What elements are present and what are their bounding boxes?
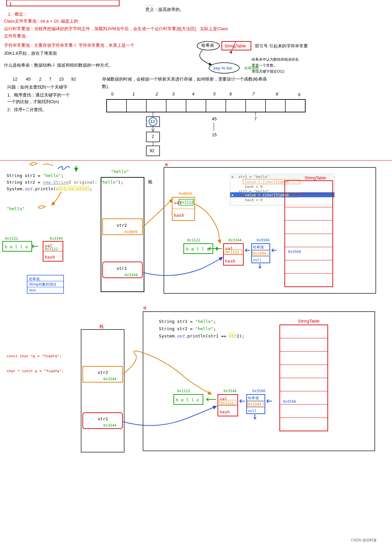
svg-text:hash: hash bbox=[174, 213, 184, 218]
svg-text:0x3344: 0x3344 bbox=[103, 423, 117, 428]
svg-text:String str2 = "hello";: String str2 = "hello"; bbox=[159, 326, 216, 331]
svg-text:0x5566: 0x5566 bbox=[288, 250, 301, 254]
svg-text:0x1122: 0x1122 bbox=[5, 236, 18, 241]
svg-text:0x3344: 0x3344 bbox=[228, 238, 242, 242]
svg-text:0x3344: 0x3344 bbox=[124, 273, 138, 277]
svg-text:15: 15 bbox=[59, 77, 64, 82]
svg-text:String对象的地址: String对象的地址 bbox=[29, 282, 57, 286]
svg-text:str1 = "hello": str1 = "hello" bbox=[238, 175, 269, 179]
svg-text:哈希值: 哈希值 bbox=[29, 277, 40, 281]
svg-text:2: 2 bbox=[155, 91, 158, 96]
str2-lbl: str2 bbox=[117, 223, 127, 228]
svg-text:45: 45 bbox=[212, 116, 217, 121]
svg-text:null: null bbox=[253, 258, 262, 262]
svg-text:2: 2 bbox=[39, 77, 41, 82]
svg-text:0x1122: 0x1122 bbox=[45, 247, 58, 251]
svg-text:null: null bbox=[248, 409, 257, 413]
svg-text:h e l l o: h e l l o bbox=[5, 244, 28, 249]
svg-text:0: 0 bbox=[111, 91, 114, 96]
svg-text:0x3344: 0x3344 bbox=[50, 236, 63, 241]
svg-text:key % len: key % len bbox=[214, 66, 232, 71]
svg-rect-141 bbox=[228, 332, 236, 338]
svg-text:8: 8 bbox=[276, 91, 278, 96]
svg-text:92: 92 bbox=[71, 77, 76, 82]
svg-text:运行时常量池：当程序把编译好的字节码文件，加载到JVM当中后: 运行时常量池：当程序把编译好的字节码文件，加载到JVM当中后，会生成一个运行时常… bbox=[4, 26, 228, 31]
svg-text:一个的比较，才能找到O(n): 一个的比较，才能找到O(n) bbox=[7, 99, 59, 104]
svg-text:String str1 = "hello";: String str1 = "hello"; bbox=[7, 173, 64, 178]
svg-text:h e l l o: h e l l o bbox=[176, 397, 199, 402]
svg-text:0x1122: 0x1122 bbox=[226, 250, 239, 254]
svg-text:什么是哈希表：数据结构-》描述和组织数据的一种方式。: 什么是哈希表：数据结构-》描述和组织数据的一种方式。 bbox=[4, 63, 113, 68]
watermark: CSDN @旧时暮 bbox=[351, 538, 377, 542]
diagram-canvas: } ........ 意义：提高效率的。 1、概念： Class文件常量池：in… bbox=[0, 0, 392, 543]
svg-text:str1: str1 bbox=[117, 266, 127, 271]
svg-text:0x3344: 0x3344 bbox=[223, 389, 237, 393]
svg-text:7: 7 bbox=[49, 77, 51, 82]
svg-text:9: 9 bbox=[298, 92, 300, 97]
svg-rect-137 bbox=[143, 312, 375, 451]
concept-block: 1、概念： Class文件常量池：int a = 10; 磁盘上的 运行时常量池… bbox=[4, 12, 308, 50]
svg-text:"hello": "hello" bbox=[7, 206, 25, 211]
svg-text:12: 12 bbox=[150, 119, 155, 124]
svg-text:1、顺序查找：通过关键字的一个: 1、顺序查找：通过关键字的一个 bbox=[7, 92, 70, 97]
hash-array: 0 1 2 3 4 5 6 7 8 9 12 2 92 45 15 7 bbox=[107, 91, 305, 156]
svg-text:0x5566: 0x5566 bbox=[283, 399, 296, 404]
svg-text:1、概念：: 1、概念： bbox=[8, 12, 27, 17]
svg-text:堆: 堆 bbox=[143, 306, 147, 310]
svg-text:hash: hash bbox=[220, 409, 230, 414]
numbers: 12 45 2 7 15 92 bbox=[13, 77, 76, 82]
svg-text:问题：如何去查找到一个关键字: 问题：如何去查找到一个关键字 bbox=[7, 85, 68, 90]
svg-text:value = {char[5]@488: value = {char[5]@488 bbox=[245, 193, 289, 197]
svg-text:栈: 栈 bbox=[148, 179, 152, 184]
svg-text:StringTable: StringTable bbox=[224, 43, 246, 48]
svg-text:0x5566: 0x5566 bbox=[252, 389, 266, 393]
svg-text:h e l l o: h e l l o bbox=[186, 247, 209, 252]
diagram2: String str1 = "hello"; String str2 = new… bbox=[3, 162, 376, 293]
svg-text:const char *p  = "fsadfa";: const char *p = "fsadfa"; bbox=[7, 354, 62, 358]
svg-text:hash = 0: hash = 0 bbox=[245, 198, 263, 202]
svg-text:92: 92 bbox=[150, 148, 154, 153]
svg-text:Class文件常量池：int a = 10;  磁盘上的: Class文件常量池：int a = 10; 磁盘上的 bbox=[4, 19, 78, 24]
svg-text:0x3344: 0x3344 bbox=[253, 251, 266, 256]
svg-text:12: 12 bbox=[13, 77, 17, 82]
svg-text:哈希表: 哈希表 bbox=[201, 43, 214, 48]
svg-text:哈希函数: 哈希函数 bbox=[244, 66, 259, 70]
svg-text:2: 2 bbox=[152, 134, 154, 139]
svg-text:3: 3 bbox=[172, 91, 175, 96]
svg-text:7: 7 bbox=[254, 116, 257, 121]
svg-text:str1: str1 bbox=[98, 416, 108, 421]
svg-text:5: 5 bbox=[213, 91, 216, 96]
svg-text:哈希值: 哈希值 bbox=[248, 396, 259, 400]
svg-text:String str2 = new String( orig: String str2 = new String( original: "hel… bbox=[7, 180, 123, 185]
svg-text:45: 45 bbox=[26, 77, 30, 82]
svg-text:String str1 = "hello";: String str1 = "hello"; bbox=[159, 319, 216, 324]
svg-text:存储数据的时候，会根据一个映射关系进行存储，如何映射，需要设: 存储数据的时候，会根据一个映射关系进行存储，如何映射，需要设计一个函数(哈希函 bbox=[102, 77, 267, 82]
svg-text:next: next bbox=[29, 288, 36, 292]
svg-text:char * const  p  = "fsadfa";: char * const p = "fsadfa"; bbox=[7, 369, 64, 373]
svg-text:0x1122: 0x1122 bbox=[180, 200, 193, 205]
svg-text:hash: hash bbox=[225, 259, 235, 264]
svg-text:哈希表中认为数组和链表的长: 哈希表中认为数组和链表的长 bbox=[252, 57, 299, 61]
svg-text:6: 6 bbox=[229, 91, 232, 96]
svg-text:0x1122: 0x1122 bbox=[220, 401, 234, 405]
svg-text:哈希值: 哈希值 bbox=[253, 245, 264, 249]
svg-text:0x3344: 0x3344 bbox=[248, 402, 261, 406]
svg-text:0x5566: 0x5566 bbox=[257, 238, 270, 242]
svg-text:0x8899: 0x8899 bbox=[179, 192, 192, 196]
svg-text:双引号 引起来的字符串常量: 双引号 引起来的字符串常量 bbox=[255, 43, 308, 48]
svg-text:str2: str2 bbox=[98, 370, 108, 375]
svg-text:JDK1.8开始，放在了堆里面: JDK1.8开始，放在了堆里面 bbox=[4, 51, 57, 56]
svg-text:15: 15 bbox=[212, 132, 217, 137]
svg-text:0x3344: 0x3344 bbox=[103, 377, 117, 381]
svg-text:"hello": "hello" bbox=[111, 169, 129, 174]
diagram3: 堆 String str1 = "hello"; String str2 = "… bbox=[7, 306, 375, 452]
svg-rect-65 bbox=[57, 186, 90, 191]
svg-text:文件常量池。: 文件常量池。 bbox=[4, 33, 30, 38]
svg-text:堆: 堆 bbox=[164, 163, 168, 167]
svg-text:0x1122: 0x1122 bbox=[187, 238, 200, 242]
svg-text:字符串常量池：主要存放字符串常量-》字符串常量池，本质上是一: 字符串常量池：主要存放字符串常量-》字符串常量池，本质上是一个 bbox=[4, 43, 134, 48]
svg-text:StringTable: StringTable bbox=[305, 175, 326, 180]
svg-text:7: 7 bbox=[252, 91, 255, 96]
dots: ........ bbox=[145, 2, 153, 6]
svg-text:0x1122: 0x1122 bbox=[177, 389, 190, 393]
